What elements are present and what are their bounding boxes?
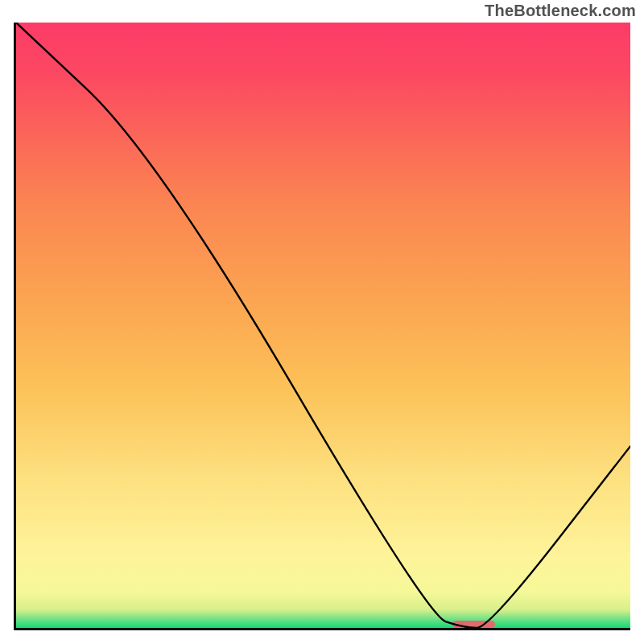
chart-frame: TheBottleneck.com <box>0 0 644 644</box>
plot-area <box>14 23 630 630</box>
attribution-label: TheBottleneck.com <box>485 2 636 20</box>
bottleneck-curve <box>16 23 630 628</box>
